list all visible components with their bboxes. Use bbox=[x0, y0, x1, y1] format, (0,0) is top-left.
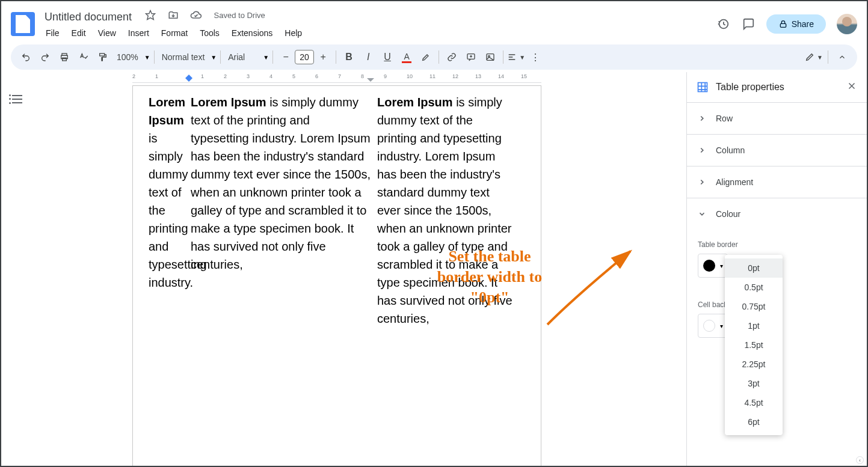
save-status: Saved to Drive bbox=[214, 11, 265, 20]
menu-tools[interactable]: Tools bbox=[195, 26, 224, 40]
border-color-select[interactable]: ▾ bbox=[698, 254, 728, 278]
paragraph-style-select[interactable]: Normal text bbox=[158, 52, 209, 62]
chevron-right-icon bbox=[698, 114, 706, 123]
annotation-arrow-icon bbox=[541, 246, 638, 331]
add-comment-button[interactable] bbox=[462, 48, 480, 66]
chevron-down-icon[interactable]: ▼ bbox=[263, 54, 269, 61]
toolbar: 100% ▼ Normal text ▼ Arial ▼ − + B I U A… bbox=[11, 44, 857, 70]
more-button[interactable]: ⋮ bbox=[526, 48, 544, 66]
bold-text: Lorem Ipsum bbox=[149, 96, 185, 127]
indent-marker-icon[interactable] bbox=[185, 75, 192, 82]
horizontal-ruler[interactable]: 2 1 1 2 3 4 5 6 7 8 9 10 11 12 13 14 15 bbox=[132, 72, 541, 83]
ruler-tick: 5 bbox=[292, 73, 295, 79]
close-panel-button[interactable] bbox=[846, 81, 857, 94]
border-width-option-4-5pt[interactable]: 4.5pt bbox=[725, 393, 783, 412]
section-label: Row bbox=[716, 114, 733, 123]
highlight-button[interactable] bbox=[417, 48, 435, 66]
ruler-tick: 13 bbox=[475, 73, 481, 79]
chevron-down-icon[interactable]: ▼ bbox=[144, 54, 150, 61]
menu-extensions[interactable]: Extensions bbox=[227, 26, 277, 40]
text-color-button[interactable]: A bbox=[398, 48, 416, 66]
border-width-option-0-75pt[interactable]: 0.75pt bbox=[725, 297, 783, 316]
font-size-input[interactable] bbox=[295, 50, 314, 64]
table-border-label: Table border bbox=[698, 240, 856, 249]
chevron-down-icon: ▾ bbox=[720, 323, 723, 329]
menu-file[interactable]: File bbox=[41, 26, 64, 40]
increase-font-size-button[interactable]: + bbox=[314, 48, 332, 66]
border-width-option-2-25pt[interactable]: 2.25pt bbox=[725, 355, 783, 374]
border-width-option-0pt[interactable]: 0pt bbox=[725, 258, 783, 278]
bold-button[interactable]: B bbox=[340, 48, 358, 66]
outline-toggle-icon[interactable] bbox=[9, 94, 22, 105]
ruler-tick: 15 bbox=[521, 73, 527, 79]
chevron-down-icon bbox=[698, 210, 706, 218]
border-width-option-1pt[interactable]: 1pt bbox=[725, 316, 783, 335]
menu-edit[interactable]: Edit bbox=[67, 26, 91, 40]
ruler-tick: 9 bbox=[384, 73, 387, 79]
border-width-dropdown: 0pt 0.5pt 0.75pt 1pt 1.5pt 2.25pt 3pt 4.… bbox=[725, 255, 783, 435]
chevron-down-icon: ▾ bbox=[720, 263, 723, 269]
font-select[interactable]: Arial bbox=[224, 52, 260, 62]
menu-bar: File Edit View Insert Format Tools Exten… bbox=[41, 26, 307, 40]
document-title[interactable]: Untitled document bbox=[41, 10, 135, 25]
document-page[interactable]: Lorem Ipsum is simply dummy text of the … bbox=[132, 85, 541, 467]
underline-button[interactable]: U bbox=[378, 48, 396, 66]
svg-marker-12 bbox=[367, 78, 374, 82]
editing-mode-button[interactable]: ▼ bbox=[805, 48, 823, 66]
comments-icon[interactable] bbox=[741, 17, 756, 31]
menu-insert[interactable]: Insert bbox=[123, 26, 154, 40]
border-width-option-1-5pt[interactable]: 1.5pt bbox=[725, 335, 783, 355]
star-icon[interactable] bbox=[143, 8, 158, 22]
ruler-tick: 2 bbox=[224, 73, 227, 79]
menu-help[interactable]: Help bbox=[280, 26, 307, 40]
italic-button[interactable]: I bbox=[359, 48, 377, 66]
section-alignment[interactable]: Alignment bbox=[687, 166, 867, 198]
ruler-tick: 1 bbox=[155, 73, 158, 79]
history-icon[interactable] bbox=[716, 17, 730, 31]
cloud-saved-icon[interactable] bbox=[189, 8, 203, 22]
section-column[interactable]: Column bbox=[687, 135, 867, 166]
table-cell-1[interactable]: Lorem Ipsum is simply dummy text of the … bbox=[149, 93, 182, 291]
collapse-toolbar-button[interactable] bbox=[833, 48, 851, 66]
section-label: Alignment bbox=[716, 177, 753, 187]
ruler-tick: 4 bbox=[269, 73, 272, 79]
table-cell-2[interactable]: Lorem Ipsum is simply dummy text of the … bbox=[191, 93, 371, 273]
move-icon[interactable] bbox=[166, 8, 180, 22]
color-swatch-black bbox=[703, 260, 715, 272]
redo-button[interactable] bbox=[36, 48, 54, 66]
border-width-option-0-5pt[interactable]: 0.5pt bbox=[725, 278, 783, 297]
insert-link-button[interactable] bbox=[443, 48, 461, 66]
svg-marker-0 bbox=[146, 11, 155, 20]
ruler-tick: 2 bbox=[132, 73, 135, 79]
ruler-tick: 8 bbox=[361, 73, 364, 79]
share-button[interactable]: Share bbox=[766, 14, 826, 34]
align-button[interactable]: ▼ bbox=[507, 48, 525, 66]
body-text: is simply dummy text of the printing and… bbox=[191, 96, 371, 271]
print-button[interactable] bbox=[55, 48, 73, 66]
ruler-tick: 3 bbox=[247, 73, 250, 79]
ruler-tick: 6 bbox=[315, 73, 318, 79]
decrease-font-size-button[interactable]: − bbox=[277, 48, 295, 66]
section-colour[interactable]: Colour bbox=[687, 198, 867, 230]
svg-marker-11 bbox=[185, 78, 192, 82]
section-row[interactable]: Row bbox=[687, 103, 867, 135]
spellcheck-button[interactable] bbox=[75, 48, 93, 66]
cell-background-select[interactable]: ▾ bbox=[698, 314, 728, 338]
show-side-panel-button[interactable]: ‹ bbox=[856, 456, 864, 464]
menu-view[interactable]: View bbox=[93, 26, 121, 40]
ruler-tick: 7 bbox=[338, 73, 341, 79]
undo-button[interactable] bbox=[17, 48, 35, 66]
avatar[interactable] bbox=[837, 14, 857, 34]
table-cell-3[interactable]: Lorem Ipsum is simply dummy text of the … bbox=[377, 93, 516, 328]
menu-format[interactable]: Format bbox=[156, 26, 192, 40]
border-width-option-6pt[interactable]: 6pt bbox=[725, 412, 783, 432]
ruler-tick: 1 bbox=[201, 73, 204, 79]
paint-format-button[interactable] bbox=[94, 48, 112, 66]
bold-text: Lorem Ipsum bbox=[191, 96, 266, 109]
zoom-select[interactable]: 100% bbox=[113, 52, 142, 62]
docs-app-icon[interactable] bbox=[11, 12, 35, 36]
insert-image-button[interactable] bbox=[481, 48, 499, 66]
chevron-down-icon[interactable]: ▼ bbox=[211, 54, 217, 61]
border-width-option-3pt[interactable]: 3pt bbox=[725, 374, 783, 393]
indent-marker-icon[interactable] bbox=[367, 75, 374, 82]
